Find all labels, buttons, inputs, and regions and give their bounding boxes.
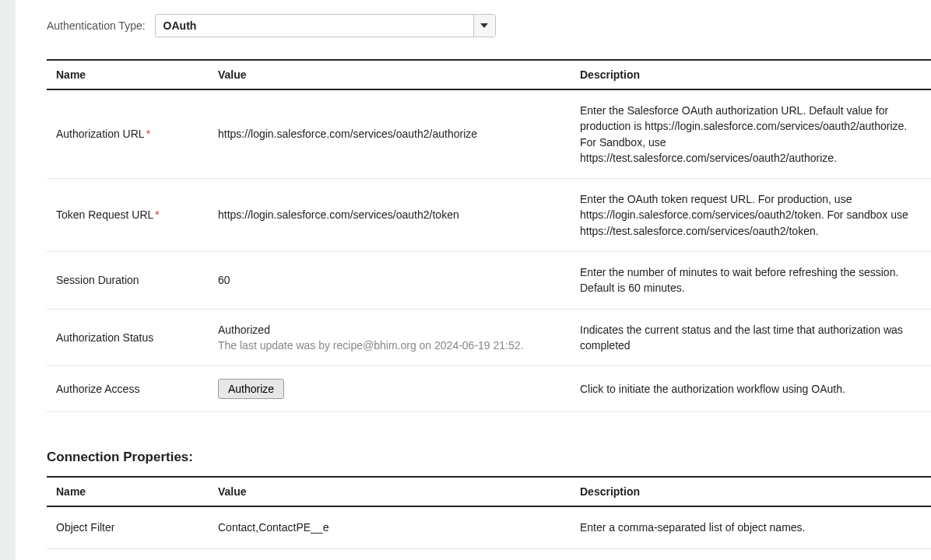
prop-value: 60 [209, 252, 571, 310]
auth-type-select[interactable]: OAuth [155, 14, 496, 37]
prop-name: Authorization Status [47, 309, 209, 366]
prop-value: Authorized The last update was by recipe… [209, 309, 571, 366]
prop-description: Enter the number of minutes to wait befo… [571, 252, 931, 310]
prop-description: Enter a comma-separated list of object n… [571, 506, 931, 548]
auth-type-label: Authentication Type: [47, 19, 146, 32]
prop-name: Authorization URL* [47, 89, 209, 179]
table-row: Authorize Access Authorize Click to init… [47, 366, 931, 412]
table-row: Authorization Status Authorized The last… [47, 309, 931, 366]
table-header-row: Name Value Description [47, 477, 931, 506]
prop-description: Click to initiate the authorization work… [571, 366, 931, 412]
col-header-name: Name [47, 60, 209, 89]
prop-value: https://login.salesforce.com/services/oa… [209, 179, 571, 252]
prop-name: Session Duration [47, 252, 209, 310]
prop-description: Indicates the current status and the las… [571, 309, 931, 366]
col-header-value: Value [209, 477, 571, 506]
status-subtext: The last update was by recipe@bhim.org o… [218, 338, 561, 353]
auth-type-value: OAuth [156, 15, 473, 37]
table-row: Authorization URL* https://login.salesfo… [47, 89, 931, 179]
prop-value: Authorize [209, 366, 571, 412]
col-header-description: Description [571, 60, 931, 89]
chevron-down-icon [473, 15, 495, 37]
table-row: Token Request URL* https://login.salesfo… [47, 179, 931, 252]
prop-description: Enter the OAuth token request URL. For p… [571, 179, 931, 252]
page-container: Authentication Type: OAuth Name Value De… [16, 0, 931, 560]
connection-properties-title: Connection Properties: [47, 450, 931, 465]
prop-name: Object Filter [47, 506, 209, 548]
col-header-description: Description [571, 477, 931, 506]
prop-value: Contact,ContactPE__e [209, 506, 571, 548]
prop-name: Authorize Access [47, 366, 209, 412]
col-header-value: Value [209, 60, 571, 89]
col-header-name: Name [47, 477, 209, 506]
table-header-row: Name Value Description [47, 60, 931, 89]
table-row: Session Duration 60 Enter the number of … [47, 252, 931, 310]
prop-description: Enter the Salesforce OAuth authorization… [571, 89, 931, 179]
prop-name: Token Request URL* [47, 179, 209, 252]
auth-type-row: Authentication Type: OAuth [16, 0, 931, 59]
auth-properties-table: Name Value Description Authorization URL… [47, 59, 931, 412]
authorize-button[interactable]: Authorize [218, 379, 284, 399]
prop-value: https://login.salesforce.com/services/oa… [209, 89, 571, 179]
connection-properties-table: Name Value Description Object Filter Con… [47, 476, 931, 548]
table-row: Object Filter Contact,ContactPE__e Enter… [47, 506, 931, 548]
